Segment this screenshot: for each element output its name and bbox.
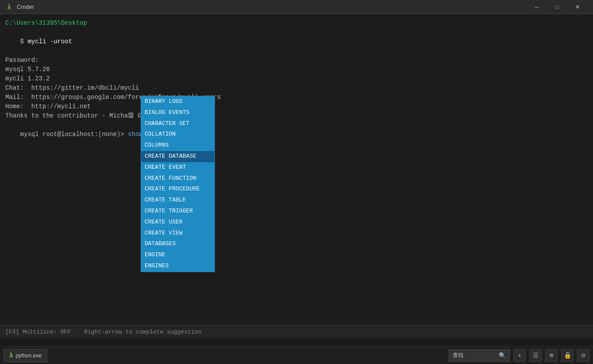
title-bar: λ Cmder ─ □ ✕ <box>0 0 593 14</box>
taskbar-lock-button[interactable]: 🔒 <box>561 349 574 362</box>
autocomplete-item[interactable]: BINLOG EVENTS <box>141 107 214 118</box>
taskbar-layout-button[interactable]: ⊟ <box>577 349 589 362</box>
autocomplete-item[interactable]: CHARACTER SET <box>141 118 214 129</box>
terminal-cmd-line-1: $ mycli -uroot <box>5 28 588 56</box>
taskbar-app-label: python.exe <box>15 353 42 359</box>
taskbar-add-button[interactable]: + <box>513 349 526 362</box>
taskbar-grid-button[interactable]: ⊞ <box>545 349 558 362</box>
terminal-output-thanks: Thanks to the contributor - Micha齏 G贸rny <box>5 111 588 121</box>
autocomplete-item[interactable]: CREATE FUNCTION <box>141 173 214 184</box>
terminal-output-mysql-version: mysql 5.7.26 <box>5 65 588 74</box>
autocomplete-item[interactable]: CREATE TABLE <box>141 195 214 206</box>
app-icon: λ <box>5 3 13 11</box>
autocomplete-item[interactable]: COLUMNS <box>141 140 214 151</box>
autocomplete-dropdown: BINARY LOGSBINLOG EVENTSCHARACTER SETCOL… <box>141 96 215 272</box>
terminal-input-line[interactable]: mysql root@localhost:(none)> show tables… <box>5 121 588 148</box>
terminal-path-line: C:\Users\31395\Desktop <box>5 19 588 28</box>
search-icon: 🔍 <box>499 352 506 359</box>
autocomplete-item[interactable]: CREATE EVENT <box>141 162 214 173</box>
command-text: mycli -uroot <box>27 38 72 45</box>
lambda-icon: λ <box>8 3 11 11</box>
terminal-output-password: Password: <box>5 56 588 65</box>
prompt-symbol: $ <box>20 38 28 45</box>
autocomplete-item[interactable]: CREATE VIEW <box>141 228 214 239</box>
close-button[interactable]: ✕ <box>567 0 588 14</box>
autocomplete-item[interactable]: BINARY LOGS <box>141 96 214 107</box>
autocomplete-item[interactable]: COLLATION <box>141 129 214 140</box>
autocomplete-item[interactable]: CREATE PROCEDURE <box>141 184 214 195</box>
status-bar: [F3] Multiline: OFF Right-arrow to compl… <box>0 325 593 338</box>
terminal-output-mycli-version: mycli 1.23.2 <box>5 74 588 83</box>
taskbar-right-area: 🔍 + ☰ ⊞ 🔒 ⊟ <box>449 349 589 362</box>
autocomplete-item[interactable]: CREATE DATABASE <box>141 151 214 162</box>
taskbar-search-box[interactable]: 🔍 <box>449 349 510 362</box>
mysql-prompt: mysql root@localhost:(none)> <box>20 131 128 138</box>
autocomplete-item[interactable]: ENGINES <box>141 261 214 272</box>
terminal-output-chat: Chat: https://gitter.im/dbcli/mycli <box>5 83 588 93</box>
taskbar-app-button[interactable]: λ python.exe <box>4 349 47 362</box>
completion-hint: Right-arrow to complete suggestion <box>84 329 201 335</box>
autocomplete-item[interactable]: CREATE TRIGGER <box>141 206 214 217</box>
multiline-status: [F3] Multiline: OFF <box>5 329 71 335</box>
terminal-area: C:\Users\31395\Desktop $ mycli -uroot Pa… <box>0 14 593 338</box>
taskbar-list-button[interactable]: ☰ <box>529 349 542 362</box>
taskbar-app-icon: λ <box>9 352 13 359</box>
maximize-button[interactable]: □ <box>547 0 567 14</box>
terminal-output-home: Home: http://mycli.net <box>5 102 588 111</box>
autocomplete-item[interactable]: DATABASES <box>141 239 214 250</box>
minimize-button[interactable]: ─ <box>527 0 547 14</box>
taskbar-search-input[interactable] <box>453 353 497 359</box>
taskbar: λ python.exe 🔍 + ☰ ⊞ 🔒 ⊟ <box>0 346 593 364</box>
window-title: Cmder <box>17 4 527 10</box>
autocomplete-item[interactable]: CREATE USER <box>141 217 214 228</box>
terminal-output-mail: Mail: https://groups.google.com/forum/#!… <box>5 93 588 102</box>
autocomplete-item[interactable]: ENGINE <box>141 250 214 261</box>
window-controls: ─ □ ✕ <box>527 0 588 14</box>
